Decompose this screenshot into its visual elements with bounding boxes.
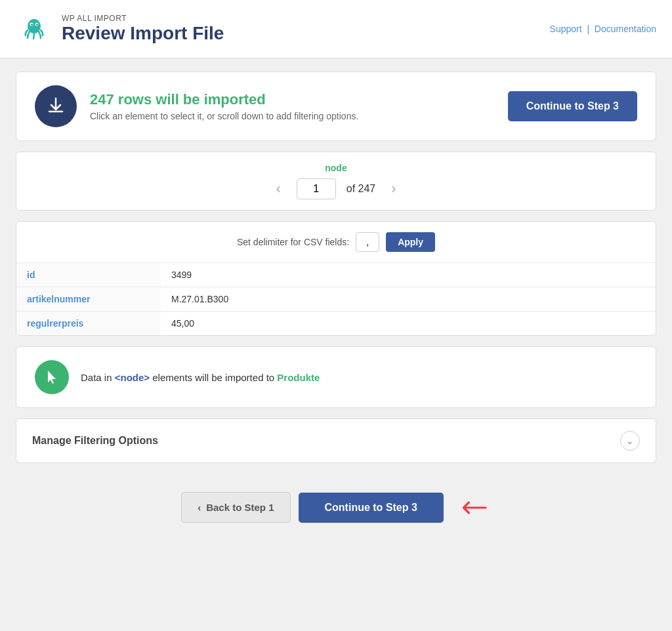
- header-links: Support | Documentation: [550, 24, 656, 34]
- continue-step3-button-top[interactable]: Continue to Step 3: [508, 91, 637, 121]
- banner-card: 247 rows will be imported Click an eleme…: [16, 71, 656, 141]
- field-key-regulrerpreis: regulrerpreis: [16, 312, 161, 336]
- info-node-tag: <node>: [115, 372, 150, 383]
- info-produkte-tag: Produkte: [277, 372, 320, 383]
- delimiter-row: Set delimiter for CSV fields: Apply: [16, 222, 656, 263]
- field-value-id: 3499: [161, 263, 656, 287]
- data-table-body: id 3499 artikelnummer M.27.01.B300 regul…: [16, 263, 656, 335]
- delimiter-input[interactable]: [356, 232, 379, 252]
- red-arrow-icon: [459, 496, 491, 519]
- banner-text: 247 rows will be imported Click an eleme…: [90, 91, 358, 121]
- table-row: artikelnummer M.27.01.B300: [16, 287, 656, 312]
- back-step1-button[interactable]: ‹ Back to Step 1: [181, 492, 290, 523]
- next-node-button[interactable]: ›: [386, 179, 401, 199]
- info-card: Data in <node> elements will be imported…: [16, 346, 656, 408]
- prev-node-button[interactable]: ‹: [270, 179, 285, 199]
- back-button-label: Back to Step 1: [206, 502, 274, 513]
- arrow-indicator: [459, 496, 491, 519]
- rows-count-label: 247 rows will be imported: [90, 91, 358, 108]
- filter-toggle-button[interactable]: ⌄: [620, 431, 640, 451]
- field-value-regulrerpreis: 45,00: [161, 312, 656, 336]
- node-nav-card: node ‹ of 247 ›: [16, 152, 656, 211]
- page-title: Review Import File: [62, 23, 224, 44]
- field-key-artikelnummer: artikelnummer: [16, 287, 161, 312]
- filter-card: Manage Filtering Options ⌄: [16, 418, 656, 463]
- logo-icon: [16, 10, 52, 47]
- apply-button[interactable]: Apply: [386, 232, 435, 252]
- continue-step3-button-footer[interactable]: Continue to Step 3: [299, 493, 444, 523]
- import-icon-circle: [35, 85, 77, 127]
- app-name: WP ALL IMPORT: [62, 14, 224, 23]
- table-row: id 3499: [16, 263, 656, 287]
- delimiter-label: Set delimiter for CSV fields:: [237, 237, 349, 247]
- field-value-artikelnummer: M.27.01.B300: [161, 287, 656, 312]
- main-content: 247 rows will be imported Click an eleme…: [0, 58, 672, 479]
- info-text-middle: elements will be imported to: [150, 372, 277, 383]
- data-card: Set delimiter for CSV fields: Apply id 3…: [16, 221, 656, 336]
- info-text-before: Data in: [81, 372, 115, 383]
- svg-point-5: [36, 24, 37, 25]
- node-total: of 247: [346, 183, 375, 195]
- node-label: node: [30, 163, 642, 173]
- banner-subtitle: Click an element to select it, or scroll…: [90, 111, 358, 121]
- footer: ‹ Back to Step 1 Continue to Step 3: [0, 479, 672, 541]
- download-icon: [45, 96, 66, 117]
- data-table: id 3499 artikelnummer M.27.01.B300 regul…: [16, 263, 656, 335]
- header: WP ALL IMPORT Review Import File Support…: [0, 0, 672, 58]
- header-title-group: WP ALL IMPORT Review Import File: [62, 14, 224, 44]
- table-row: regulrerpreis 45,00: [16, 312, 656, 336]
- header-left: WP ALL IMPORT Review Import File: [16, 10, 224, 47]
- svg-point-4: [31, 24, 32, 25]
- cursor-icon: [43, 368, 61, 386]
- support-link[interactable]: Support: [550, 24, 582, 34]
- filter-title: Manage Filtering Options: [32, 435, 158, 447]
- node-navigation: ‹ of 247 ›: [30, 178, 642, 199]
- back-chevron-icon: ‹: [198, 502, 201, 513]
- node-input[interactable]: [297, 178, 336, 199]
- info-icon-circle: [35, 360, 69, 394]
- documentation-link[interactable]: Documentation: [595, 24, 656, 34]
- banner-left: 247 rows will be imported Click an eleme…: [35, 85, 358, 127]
- field-key-id: id: [16, 263, 161, 287]
- info-text: Data in <node> elements will be imported…: [81, 372, 320, 383]
